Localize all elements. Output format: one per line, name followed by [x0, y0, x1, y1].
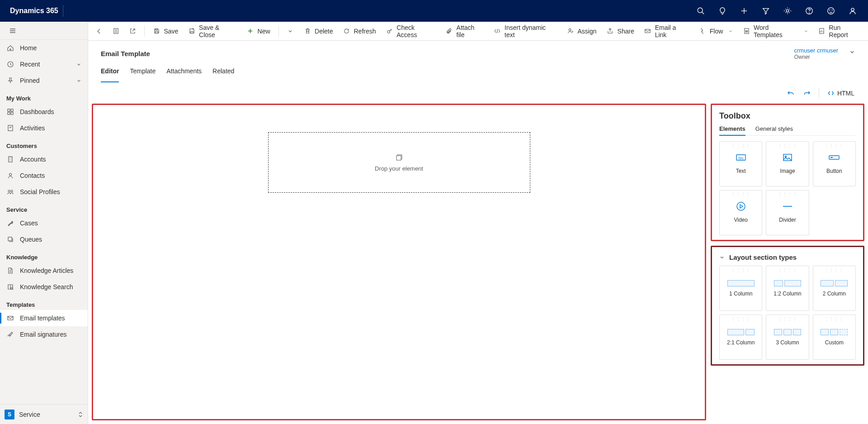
sidebar-item-knowledge-search[interactable]: Knowledge Search	[0, 279, 88, 295]
layout-title: Layout section types	[729, 253, 797, 261]
app-title: Dynamics 365	[5, 5, 63, 17]
sidebar-item-email-signatures[interactable]: Email signatures	[0, 326, 88, 343]
sidebar-item-contacts[interactable]: Contacts	[0, 167, 88, 184]
svg-point-46	[569, 29, 571, 31]
word-templates-button[interactable]: Word Templates	[738, 24, 813, 38]
svg-point-9	[832, 10, 832, 10]
svg-point-6	[809, 13, 810, 13]
owner-name[interactable]: crmuser crmuser	[794, 47, 838, 54]
sidebar-area-switcher[interactable]: S Service	[0, 404, 88, 424]
toolbox-element-image[interactable]: ⋮⋮⋮⋮Image	[766, 141, 809, 186]
svg-text:Abc: Abc	[738, 156, 744, 160]
flow-button[interactable]: Flow	[694, 24, 738, 38]
search-icon[interactable]	[691, 0, 711, 22]
check-access-button[interactable]: Check Access	[382, 24, 440, 38]
toolbox-element-button[interactable]: ⋮⋮⋮⋮Button	[813, 141, 856, 186]
area-label: Service	[19, 411, 40, 418]
insert-dynamic-button[interactable]: Insert dynamic text	[489, 24, 561, 38]
code-icon	[827, 90, 835, 97]
popout-button[interactable]	[125, 24, 141, 38]
svg-point-60	[737, 202, 745, 210]
tile-label: 2 Column	[823, 291, 846, 297]
refresh-icon	[343, 28, 350, 35]
queue-icon	[6, 235, 14, 243]
layout-one[interactable]: ⋮⋮⋮⋮1 Column	[719, 266, 762, 311]
toolbox-tab-elements[interactable]: Elements	[719, 125, 745, 136]
person-icon[interactable]	[843, 0, 863, 22]
editor-canvas[interactable]: Drop your element	[92, 104, 706, 420]
sidebar-item-pinned[interactable]: Pinned	[0, 72, 88, 89]
grip-icon: ⋮⋮⋮⋮	[824, 144, 844, 147]
redo-button[interactable]	[800, 86, 814, 100]
svg-rect-59	[830, 157, 833, 158]
paperclip-icon	[446, 28, 453, 35]
layout-grid: ⋮⋮⋮⋮1 Column⋮⋮⋮⋮1:2 Column⋮⋮⋮⋮2 Column⋮⋮…	[719, 266, 856, 360]
sidebar-item-recent[interactable]: Recent	[0, 56, 88, 72]
owner-field[interactable]: crmuser crmuser Owner	[794, 47, 843, 60]
html-view-button[interactable]: HTML	[824, 86, 858, 100]
layout-three[interactable]: ⋮⋮⋮⋮3 Column	[766, 314, 809, 360]
delete-button[interactable]: Delete	[299, 24, 337, 38]
back-button[interactable]	[91, 24, 107, 38]
toolbox-element-text[interactable]: ⋮⋮⋮⋮AbcText	[719, 141, 762, 186]
sidebar-item-accounts[interactable]: Accounts	[0, 151, 88, 167]
sidebar-item-queues[interactable]: Queues	[0, 231, 88, 248]
attach-file-button[interactable]: Attach file	[441, 24, 488, 38]
toolbox-element-video[interactable]: ⋮⋮⋮⋮Video	[719, 190, 762, 235]
save-button[interactable]: Save	[148, 24, 183, 38]
toolbox-tab-general-styles[interactable]: General styles	[755, 125, 793, 135]
sidebar-item-activities[interactable]: Activities	[0, 120, 88, 136]
svg-point-4	[786, 10, 788, 12]
tab-related[interactable]: Related	[212, 67, 234, 82]
svg-line-1	[702, 12, 704, 14]
sidebar-item-dashboards[interactable]: Dashboards	[0, 104, 88, 120]
sidebar-item-email-templates[interactable]: Email templates	[0, 310, 88, 326]
run-report-button[interactable]: Run Report	[814, 24, 865, 38]
layout-onetwo[interactable]: ⋮⋮⋮⋮1:2 Column	[766, 266, 809, 311]
sidebar-item-social-profiles[interactable]: Social Profiles	[0, 184, 88, 200]
layout-custom[interactable]: ⋮⋮⋮⋮Custom	[813, 314, 856, 360]
form-selector-button[interactable]	[108, 24, 123, 38]
layout-preview-icon	[821, 325, 848, 339]
drop-zone[interactable]: Drop your element	[268, 132, 530, 193]
svg-rect-47	[645, 29, 650, 33]
smile-icon[interactable]	[821, 0, 841, 22]
assign-button[interactable]: Assign	[562, 24, 601, 38]
undo-button[interactable]	[783, 86, 798, 100]
tab-editor[interactable]: Editor	[101, 67, 119, 82]
layout-twoone[interactable]: ⋮⋮⋮⋮2:1 Column	[719, 314, 762, 360]
refresh-button[interactable]: Refresh	[339, 24, 381, 38]
code-icon	[494, 28, 501, 35]
gear-icon[interactable]	[778, 0, 797, 22]
sidebar-item-label: Recent	[20, 61, 40, 68]
grip-icon: ⋮⋮⋮⋮	[731, 269, 751, 272]
header-expand-chevron[interactable]	[849, 49, 855, 55]
text-icon: Abc	[735, 152, 747, 163]
tab-attachments[interactable]: Attachments	[166, 67, 202, 82]
sidebar-item-cases[interactable]: Cases	[0, 215, 88, 231]
email-link-button[interactable]: Email a Link	[640, 24, 693, 38]
toolbox-element-divider[interactable]: ⋮⋮⋮⋮Divider	[766, 190, 809, 235]
command-bar: Save Save & Close New Delete Refresh Che…	[88, 22, 868, 41]
tab-template[interactable]: Template	[130, 67, 156, 82]
layout-two[interactable]: ⋮⋮⋮⋮2 Column	[813, 266, 856, 311]
share-button[interactable]: Share	[602, 24, 639, 38]
svg-rect-30	[8, 237, 12, 241]
sidebar-item-home[interactable]: Home	[0, 40, 88, 56]
form-tabs: EditorTemplateAttachmentsRelated	[88, 60, 868, 82]
word-icon	[743, 28, 750, 35]
new-button[interactable]: New	[242, 24, 275, 38]
drop-text: Drop your element	[375, 165, 423, 172]
save-close-button[interactable]: Save & Close	[184, 24, 241, 38]
lightbulb-icon[interactable]	[712, 0, 732, 22]
help-icon[interactable]	[799, 0, 819, 22]
building-icon	[6, 155, 14, 163]
hamburger-icon[interactable]	[5, 23, 21, 39]
add-icon[interactable]	[734, 0, 754, 22]
new-split-chevron[interactable]	[283, 24, 298, 38]
drop-icon	[395, 153, 403, 162]
sidebar-item-label: Social Profiles	[20, 188, 60, 195]
layout-collapse-chevron[interactable]	[719, 255, 725, 260]
sidebar-item-knowledge-articles[interactable]: Knowledge Articles	[0, 262, 88, 279]
filter-icon[interactable]	[756, 0, 776, 22]
